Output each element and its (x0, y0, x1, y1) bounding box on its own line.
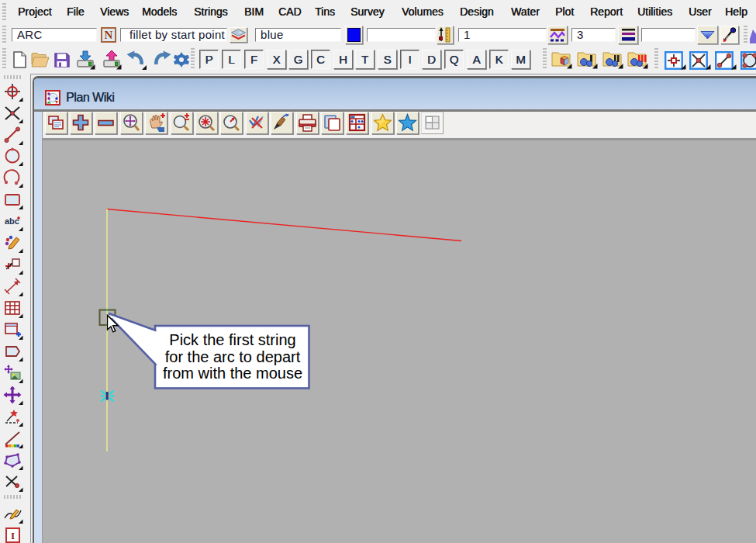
svg-text:abc: abc (5, 216, 19, 226)
svg-text:I: I (11, 530, 15, 541)
